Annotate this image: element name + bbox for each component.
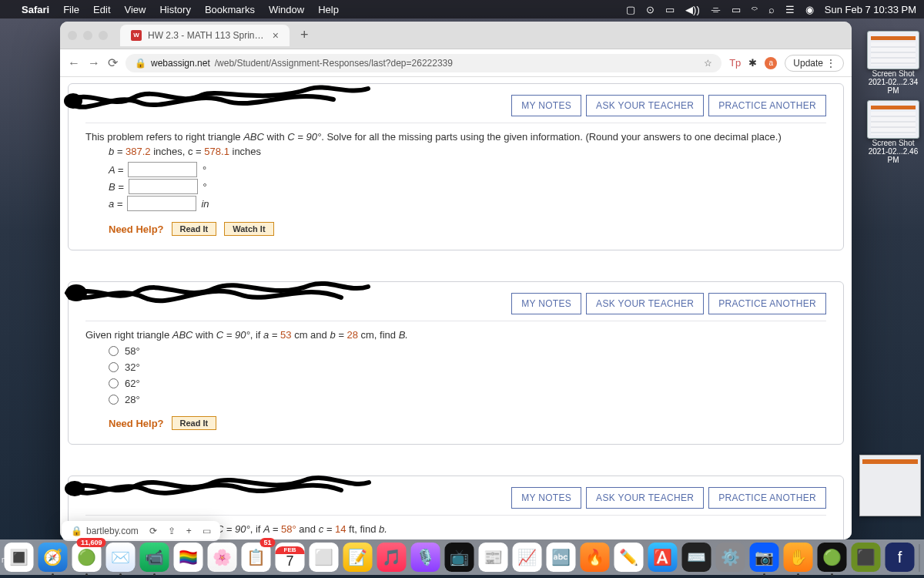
desktop-screenshot-thumb-2[interactable]: Screen Shot 2021-02...2.46 PM — [867, 100, 919, 164]
facetime-dock-icon[interactable]: 📹 — [140, 543, 169, 572]
ask-teacher-button[interactable]: ASK YOUR TEACHER — [586, 95, 704, 116]
menu-help[interactable]: Help — [318, 4, 339, 15]
need-help-label: Need Help? — [109, 223, 164, 235]
volume-menu-icon[interactable]: ◀)) — [685, 4, 700, 15]
browser-tab[interactable]: W HW 2.3 - MATH 113 Spring 202 × — [120, 25, 290, 46]
practice-another-button[interactable]: PRACTICE ANOTHER — [708, 487, 826, 509]
menu-file[interactable]: File — [63, 4, 79, 15]
mail-dock-icon[interactable]: ✉️ — [106, 543, 136, 572]
menu-app[interactable]: Safari — [22, 4, 49, 15]
reminders-dock-icon[interactable]: 📋51 — [242, 543, 271, 572]
q1-input-A[interactable] — [128, 162, 197, 177]
watch-it-button[interactable]: Watch It — [224, 222, 273, 236]
extensions-icon[interactable]: ✱ — [748, 57, 757, 69]
recent-screenshot-preview[interactable] — [859, 455, 921, 516]
my-notes-button[interactable]: MY NOTES — [511, 487, 581, 509]
radio-icon — [109, 378, 119, 388]
menubar-clock[interactable]: Sun Feb 7 10:33 PM — [825, 4, 916, 15]
ask-teacher-button[interactable]: ASK YOUR TEACHER — [586, 293, 704, 314]
notes2-dock-icon[interactable]: ✏️ — [614, 543, 644, 572]
siri-menu-icon[interactable]: ◉ — [805, 4, 814, 15]
back-button[interactable]: ← — [68, 56, 80, 70]
q2-option-1[interactable]: 32° — [109, 361, 826, 373]
page-content: MY NOTES ASK YOUR TEACHER PRACTICE ANOTH… — [60, 77, 852, 539]
appstore-dock-icon[interactable]: 🅰️ — [648, 543, 678, 572]
need-help-row: Need Help? Read It Watch It — [109, 222, 826, 236]
flame-dock-icon[interactable]: 🔥 — [581, 543, 610, 572]
q1-input-B[interactable] — [129, 179, 198, 194]
practice-another-button[interactable]: PRACTICE ANOTHER — [708, 95, 826, 116]
share-icon[interactable]: ⇪ — [168, 526, 176, 536]
bookmark-star-icon[interactable]: ☆ — [704, 58, 712, 69]
read-it-button[interactable]: Read It — [172, 222, 217, 236]
thumb-2-label: Screen Shot 2021-02...2.46 PM — [867, 139, 919, 164]
safari-dock-icon[interactable]: 🧭 — [38, 543, 68, 572]
pride-dock-icon[interactable]: 🏳️‍🌈 — [174, 543, 203, 572]
browser-toolbar: ← → ⟳ 🔒 webassign.net/web/Student/Assign… — [60, 49, 852, 77]
my-notes-button[interactable]: MY NOTES — [511, 293, 581, 314]
launchpad-dock-icon[interactable]: 🔳 — [5, 543, 34, 572]
orange-dock-icon[interactable]: ✋ — [784, 543, 813, 572]
menu-edit[interactable]: Edit — [93, 4, 110, 15]
facebook-dock-icon[interactable]: f — [886, 543, 915, 572]
webassign-favicon-icon: W — [131, 30, 142, 41]
dock-separator — [919, 544, 920, 572]
airplay-menu-icon[interactable]: ⊙ — [646, 4, 654, 15]
tab-close-icon[interactable]: × — [273, 29, 279, 42]
spotlight-menu-icon[interactable]: ⌕ — [768, 4, 775, 15]
tabs-icon[interactable]: ▭ — [203, 526, 211, 536]
chrome-dock-icon[interactable]: 🟢11,609 — [72, 543, 102, 572]
display-menu-icon[interactable]: ▭ — [732, 4, 741, 15]
translate-dock-icon[interactable]: 🔤 — [547, 543, 576, 572]
menu-view[interactable]: View — [125, 4, 146, 15]
terminal-dock-icon[interactable]: ⌨️ — [682, 543, 711, 572]
settings-dock-icon[interactable]: ⚙️ — [716, 543, 745, 572]
q2-options: 58° 32° 62° 28° — [109, 345, 826, 405]
zoom-dock-icon[interactable]: 📷 — [750, 543, 779, 572]
calendar-dock-icon[interactable]: FEB 7 — [276, 543, 305, 572]
reload-icon[interactable]: ⟳ — [149, 526, 157, 536]
battery-menu-icon[interactable]: ▭ — [665, 4, 675, 15]
my-notes-button[interactable]: MY NOTES — [511, 95, 581, 116]
traffic-lights[interactable] — [68, 31, 108, 40]
facetime-menu-icon[interactable]: ▢ — [626, 4, 635, 15]
podcasts-dock-icon[interactable]: 🎙️ — [411, 543, 440, 572]
news-dock-icon[interactable]: 📰 — [479, 543, 508, 572]
minecraft-dock-icon[interactable]: ⬛ — [852, 543, 881, 572]
menu-history[interactable]: History — [159, 4, 190, 15]
q2-option-0[interactable]: 58° — [109, 345, 826, 357]
q2-option-3[interactable]: 28° — [109, 394, 826, 405]
svg-point-0 — [64, 93, 82, 109]
appletv-dock-icon[interactable]: 📺 — [445, 543, 474, 572]
macos-dock: 🙂 🔳 🧭 🟢11,609 ✉️ 📹 🏳️‍🌈 🌸 📋51 FEB 7 ⬜ 📝 … — [0, 539, 924, 575]
q2-option-2[interactable]: 62° — [109, 378, 826, 389]
read-it-button[interactable]: Read It — [172, 416, 217, 430]
profile-avatar[interactable]: a — [765, 57, 777, 69]
desktop-screenshot-thumb-1[interactable]: Screen Shot 2021-02...2.34 PM — [867, 31, 919, 95]
notes-dock-icon[interactable]: 📝 — [343, 543, 373, 572]
forward-button[interactable]: → — [88, 56, 100, 70]
photos-dock-icon[interactable]: 🌸 — [208, 543, 237, 572]
music-dock-icon[interactable]: 🎵 — [377, 543, 407, 572]
update-button[interactable]: Update⋮ — [785, 55, 844, 72]
q1-given: b = 387.2 inches, c = 578.1 inches — [109, 146, 826, 157]
add-icon[interactable]: + — [186, 526, 192, 536]
stocks-dock-icon[interactable]: 📈 — [513, 543, 542, 572]
ask-teacher-button[interactable]: ASK YOUR TEACHER — [586, 487, 704, 509]
wifi-menu-icon[interactable]: ⌔ — [752, 4, 758, 15]
tp-extension-icon[interactable]: Tp — [729, 57, 741, 69]
new-tab-button[interactable]: + — [294, 27, 315, 43]
chrome-badge: 11,609 — [77, 538, 106, 547]
q1-input-a[interactable] — [127, 196, 196, 211]
q1-prompt: This problem refers to right triangle AB… — [85, 131, 826, 143]
spotify-dock-icon[interactable]: 🟢 — [818, 543, 847, 572]
app-dock-icon[interactable]: ⬜ — [310, 543, 339, 572]
control-center-menu-icon[interactable]: ☰ — [785, 4, 795, 15]
address-bar[interactable]: 🔒 webassign.net/web/Student/Assignment-R… — [126, 54, 721, 72]
svg-point-2 — [65, 481, 85, 496]
reload-button[interactable]: ⟳ — [108, 55, 118, 70]
menu-bookmarks[interactable]: Bookmarks — [205, 4, 255, 15]
bluetooth-menu-icon[interactable]: ⌯ — [711, 4, 721, 15]
practice-another-button[interactable]: PRACTICE ANOTHER — [708, 293, 826, 314]
menu-window[interactable]: Window — [269, 4, 304, 15]
